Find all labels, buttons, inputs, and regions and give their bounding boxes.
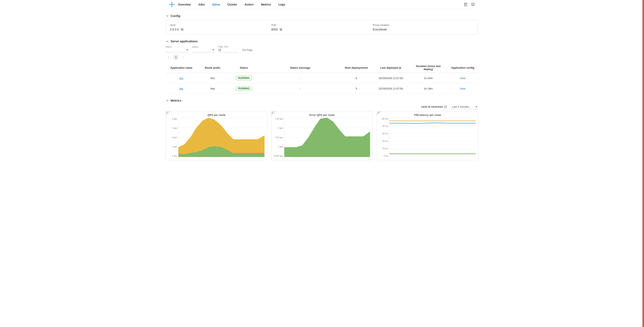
view-config-link[interactable]: View bbox=[460, 77, 466, 80]
time-range-select[interactable]: Last 5 minutes bbox=[451, 105, 478, 109]
metrics-toggle[interactable]: Metrics bbox=[166, 99, 478, 102]
info-icon[interactable]: i bbox=[378, 112, 378, 114]
last-deployed-cell: 2023/03/29 11:57:00 bbox=[372, 83, 409, 94]
per-page-label: Per Page bbox=[242, 49, 252, 51]
y-axis: 2.50 qps 2 qps 1.50 qps 1 qps 0.500 qps bbox=[274, 118, 284, 157]
chart-p90-latency: i P90 latency per route 100 ms 80 ms 60 … bbox=[377, 111, 478, 160]
pagination: 1 bbox=[166, 54, 478, 60]
port-value: 8000 bbox=[271, 28, 278, 31]
chart-title: P90 latency per route bbox=[380, 113, 476, 116]
host-value: 0.0.0.0 bbox=[170, 28, 179, 31]
info-icon[interactable]: i bbox=[272, 112, 273, 114]
svg-point-3 bbox=[172, 6, 172, 7]
col-route-prefix: Route prefix bbox=[197, 62, 228, 73]
serve-apps-toggle[interactable]: Serve applications bbox=[166, 39, 478, 43]
feedback-icon[interactable] bbox=[471, 2, 475, 6]
app-name-link[interactable]: foo bbox=[180, 77, 183, 80]
nav-tab-overview[interactable]: Overview bbox=[178, 2, 191, 7]
page-1-button[interactable]: 1 bbox=[173, 54, 179, 60]
info-icon[interactable]: i bbox=[167, 112, 167, 114]
svg-point-4 bbox=[169, 4, 170, 5]
status-message-cell: - bbox=[260, 73, 340, 83]
nav-tab-metrics[interactable]: Metrics bbox=[261, 2, 271, 7]
y-axis: 5 qps 4 qps 3 qps 2 qps 1 qps bbox=[168, 118, 178, 157]
col-status: Status bbox=[228, 62, 260, 73]
copy-icon[interactable] bbox=[180, 28, 184, 31]
plot-area bbox=[284, 118, 370, 157]
svg-point-0 bbox=[171, 4, 173, 5]
config-card: Host 0.0.0.0 Port 8000 Proxy location Ev… bbox=[166, 20, 478, 34]
status-filter-label: Status bbox=[192, 45, 214, 48]
external-link-icon bbox=[444, 105, 447, 108]
nav-tab-serve[interactable]: Serve bbox=[212, 2, 220, 7]
col-duration: Duration (since last deploy) bbox=[410, 62, 447, 73]
host-label: Host bbox=[170, 23, 271, 26]
num-deployments-cell: 5 bbox=[341, 83, 372, 94]
applications-table: Application name Route prefix Status Sta… bbox=[166, 62, 478, 94]
page-size-label: Page Size bbox=[218, 45, 238, 48]
app-name-link[interactable]: bar bbox=[180, 87, 183, 90]
chart-title: QPS per route bbox=[168, 113, 264, 116]
chart-qps: i QPS per route 5 qps 4 qps 3 qps 2 qps … bbox=[166, 111, 267, 160]
status-badge: RUNNING bbox=[236, 76, 252, 80]
caret-down-icon bbox=[186, 49, 188, 51]
proxy-label: Proxy location bbox=[373, 23, 474, 26]
nav-tab-cluster[interactable]: Cluster bbox=[227, 2, 237, 7]
window-edge-decoration bbox=[642, 0, 644, 327]
table-row: bar /bar RUNNING - 5 2023/03/29 11:57:00… bbox=[166, 83, 478, 94]
plot-area bbox=[178, 118, 264, 157]
col-status-message: Status message bbox=[260, 62, 340, 73]
table-row: foo /foo RUNNING - 5 2023/03/29 11:57:00… bbox=[166, 73, 478, 83]
docs-icon[interactable] bbox=[464, 2, 468, 6]
col-app-name: Application name bbox=[166, 62, 197, 73]
svg-point-11 bbox=[473, 5, 473, 5]
chart-error-qps: i Error QPS per route 2.50 qps 2 qps 1.5… bbox=[271, 111, 373, 160]
col-num-deployments: Num deployments bbox=[341, 62, 372, 73]
chart-title: Error QPS per route bbox=[274, 113, 370, 116]
route-prefix-cell: /foo bbox=[197, 73, 228, 83]
col-last-deployed: Last deployed at bbox=[372, 62, 409, 73]
status-filter[interactable]: Status bbox=[192, 45, 214, 52]
view-config-link[interactable]: View bbox=[460, 87, 466, 90]
y-axis: 100 ms 80 ms 60 ms 40 ms 20 ms 0 ms bbox=[380, 118, 389, 157]
chevron-down-icon bbox=[166, 40, 169, 43]
num-deployments-cell: 5 bbox=[341, 73, 372, 83]
ray-logo-icon bbox=[169, 2, 175, 7]
svg-point-2 bbox=[174, 4, 174, 5]
proxy-value: EveryNode bbox=[373, 28, 387, 31]
status-badge: RUNNING bbox=[236, 86, 252, 91]
svg-point-1 bbox=[172, 2, 172, 3]
port-label: Port bbox=[271, 23, 372, 26]
status-message-cell: - bbox=[260, 83, 340, 94]
top-nav: Overview Jobs Serve Cluster Actors Metri… bbox=[169, 0, 475, 9]
config-title: Config bbox=[170, 14, 180, 17]
duration-cell: 1h 24m bbox=[410, 73, 447, 83]
chevron-down-icon bbox=[166, 14, 169, 17]
caret-down-icon bbox=[476, 106, 478, 108]
next-page-button[interactable] bbox=[180, 54, 186, 60]
chevron-down-icon bbox=[166, 99, 169, 102]
nav-tab-jobs[interactable]: Jobs bbox=[198, 2, 205, 7]
config-section-toggle[interactable]: Config bbox=[166, 14, 478, 17]
metrics-title: Metrics bbox=[170, 99, 182, 102]
name-filter[interactable]: Name bbox=[166, 45, 188, 52]
serve-apps-title: Serve applications bbox=[170, 39, 198, 43]
copy-icon[interactable] bbox=[279, 28, 282, 31]
caret-down-icon bbox=[212, 49, 214, 51]
col-config: Application config bbox=[447, 62, 478, 73]
nav-tab-actors[interactable]: Actors bbox=[244, 2, 254, 7]
plot-area bbox=[389, 118, 476, 157]
name-filter-label: Name bbox=[166, 45, 188, 48]
duration-cell: 1h 24m bbox=[410, 83, 447, 94]
route-prefix-cell: /bar bbox=[197, 83, 228, 94]
prev-page-button[interactable] bbox=[166, 54, 172, 60]
page-size-input[interactable]: Page Size 10 bbox=[218, 45, 238, 52]
nav-tab-logs[interactable]: Logs bbox=[278, 2, 285, 7]
last-deployed-cell: 2023/03/29 11:57:00 bbox=[372, 73, 409, 83]
view-in-grafana-link[interactable]: VIEW IN GRAFANA bbox=[421, 105, 447, 108]
